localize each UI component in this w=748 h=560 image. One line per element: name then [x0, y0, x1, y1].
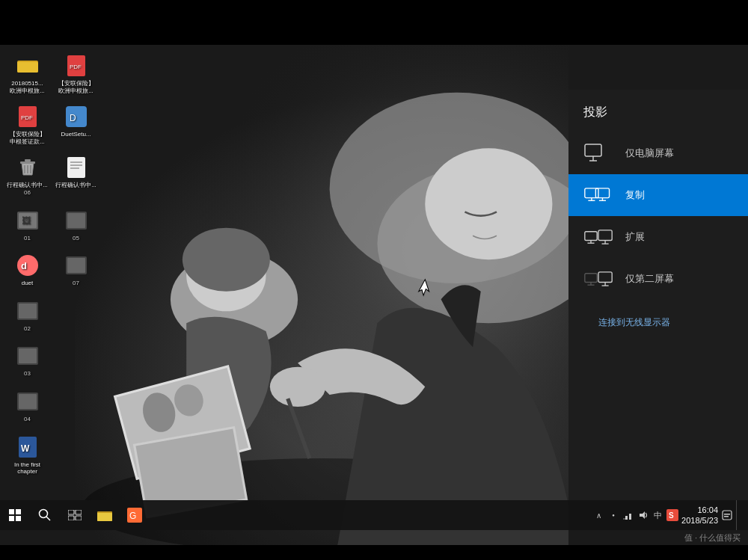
svg-rect-89 [625, 516, 628, 520]
proj-item-pc-only[interactable]: 仅电脑屏幕 [568, 132, 748, 174]
pdf-icon: PDF [64, 54, 88, 78]
svg-rect-28 [25, 159, 31, 161]
tray-app[interactable]: S [666, 509, 678, 521]
desktop-icon-04[interactable]: 04 [3, 385, 52, 428]
desktop-icon-anquan2[interactable]: PDF 【安联保险】申根签证款... [3, 100, 52, 150]
tray-dot[interactable]: ● [607, 509, 619, 521]
icon-label: 行程确认书中... [7, 182, 48, 189]
watermark: 值 · 什么值得买 [684, 532, 741, 544]
svg-rect-27 [20, 161, 35, 164]
desktop-icon-01[interactable]: 🖼 01 [3, 204, 52, 247]
svg-text:🖼: 🖼 [22, 215, 31, 226]
proj-item-second-only[interactable]: 仅第二屏幕 [568, 258, 748, 300]
svg-text:W: W [21, 443, 30, 454]
svg-rect-20 [17, 62, 38, 73]
svg-rect-44 [67, 258, 85, 273]
tray-chevron[interactable]: ∧ [592, 509, 604, 521]
desktop-icon-02[interactable]: 02 [3, 295, 52, 337]
tray-volume[interactable] [637, 509, 649, 521]
svg-text:D: D [70, 113, 76, 123]
start-button[interactable] [0, 500, 30, 530]
duet-app-icon: d [16, 253, 40, 277]
icon-number-05: 05 [73, 235, 79, 242]
svg-marker-92 [640, 511, 645, 519]
svg-rect-75 [16, 509, 21, 514]
recycle-bin-icon [16, 156, 40, 179]
desktop-icon-07[interactable]: 07 [52, 249, 100, 292]
icon-label: 【安联保险】申根签证款... [10, 131, 46, 145]
desktop-icon-05[interactable]: 05 [52, 204, 100, 247]
tray-app-icon: S [666, 509, 678, 521]
desktop-icon-duetsetup[interactable]: D DuetSetu... [52, 100, 100, 150]
system-clock[interactable]: 16:04 2018/5/23 [681, 505, 718, 526]
taskbar-right: ∧ ● 中 [592, 500, 748, 530]
anime-art [75, 45, 568, 545]
svg-rect-48 [19, 348, 37, 363]
svg-rect-90 [629, 514, 631, 520]
tray-network[interactable] [622, 509, 634, 521]
svg-rect-74 [9, 509, 14, 514]
icon-label: 行程确认书中... [55, 182, 96, 189]
taskview-icon [68, 510, 82, 520]
desktop-icon-chapter[interactable]: W In the first chapter [3, 431, 52, 480]
search-button[interactable] [30, 500, 60, 530]
svg-rect-59 [595, 188, 609, 198]
proj-extend-label: 扩展 [625, 230, 645, 244]
network-icon [623, 510, 634, 520]
icon-row-04: 04 [0, 382, 127, 428]
wireless-display-link[interactable]: 连接到无线显示器 [583, 305, 685, 327]
icon-number-04: 04 [24, 416, 31, 423]
tray-lang[interactable]: 中 [652, 509, 663, 521]
svg-rect-81 [76, 510, 82, 514]
icon-number-07: 07 [73, 280, 79, 287]
projection-title: 投影 [568, 90, 748, 132]
svg-line-79 [46, 517, 50, 520]
svg-rect-56 [585, 188, 598, 198]
icon-number-06: 06 [24, 189, 31, 197]
icon-label-duet: duet [22, 280, 34, 287]
svg-rect-77 [16, 516, 21, 521]
pdf-icon-2: PDF [16, 105, 40, 129]
taskbar-app2[interactable]: G [120, 500, 150, 530]
taskview-button[interactable] [60, 500, 90, 530]
desktop-icon-03[interactable]: 03 [3, 339, 52, 382]
desktop-icon-duet[interactable]: d duet [3, 249, 52, 292]
img-icon-02 [16, 299, 40, 323]
desktop-icon-anquan1[interactable]: PDF 【安联保险】欧洲申根旅... [52, 49, 100, 99]
proj-pc-only-icon [583, 143, 613, 164]
desktop-icon-confirm[interactable]: 行程确认书中... [52, 151, 100, 200]
taskbar: G ∧ ● [0, 500, 748, 530]
taskbar-file-explorer[interactable] [90, 500, 120, 530]
svg-point-78 [40, 510, 48, 518]
svg-point-5 [425, 148, 552, 259]
svg-rect-76 [9, 516, 14, 521]
proj-item-duplicate[interactable]: 复制 [568, 174, 748, 216]
clock-date: 2018/5/23 [681, 515, 718, 526]
svg-rect-40 [67, 213, 85, 228]
proj-duplicate-label: 复制 [625, 188, 645, 202]
icon-number-01: 01 [24, 235, 31, 242]
proj-item-extend[interactable]: 扩展 [568, 216, 748, 258]
svg-text:S: S [669, 511, 674, 520]
desktop-icons-area: 20180515...欧洲申根旅... PDF 【安联保险】欧洲申根旅... P… [0, 45, 127, 545]
tray-action-center[interactable] [721, 509, 733, 521]
svg-point-10 [183, 228, 270, 292]
svg-rect-71 [598, 272, 612, 283]
desktop-icon-recycle[interactable]: 行程确认书中... 06 [3, 151, 52, 200]
svg-rect-68 [585, 274, 597, 283]
svg-text:PDF: PDF [70, 64, 82, 70]
icon-row-01-05: 🖼 01 05 [0, 201, 127, 247]
search-icon [38, 508, 52, 522]
doc-icon [64, 156, 88, 179]
wireless-link-container: 连接到无线显示器 [568, 300, 748, 329]
svg-point-6 [270, 367, 325, 407]
proj-second-only-label: 仅第二屏幕 [625, 272, 674, 286]
desktop-icon-20180515[interactable]: 20180515...欧洲申根旅... [3, 49, 52, 99]
svg-rect-82 [68, 516, 74, 520]
svg-rect-91 [623, 518, 625, 520]
action-center-icon [722, 510, 732, 520]
icon-row-duet-07: d duet 07 [0, 246, 127, 292]
folder-icon [16, 54, 40, 78]
svg-rect-34 [70, 164, 82, 166]
show-desktop-button[interactable] [736, 500, 742, 530]
